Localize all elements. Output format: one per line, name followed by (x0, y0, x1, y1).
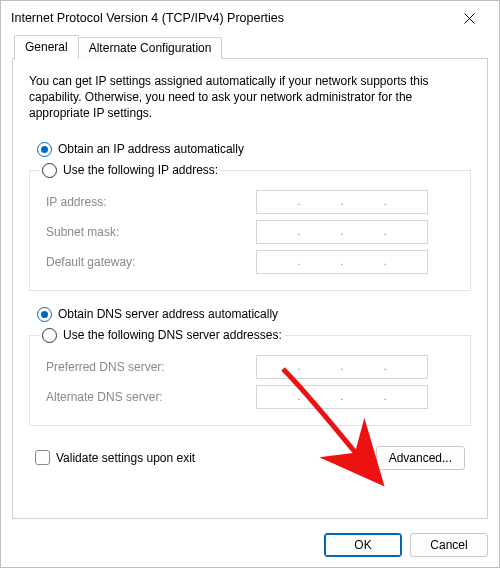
ip-auto-radio[interactable] (37, 142, 52, 157)
dns-alternate-label: Alternate DNS server: (40, 390, 256, 404)
dns-manual-radio[interactable] (42, 328, 57, 343)
gateway-row: Default gateway: ... (40, 250, 460, 274)
ip-manual-radio[interactable] (42, 163, 57, 178)
dns-preferred-row: Preferred DNS server: ... (40, 355, 460, 379)
subnet-input[interactable]: ... (256, 220, 428, 244)
dns-alternate-row: Alternate DNS server: ... (40, 385, 460, 409)
dns-auto-label: Obtain DNS server address automatically (58, 307, 278, 321)
ip-address-input[interactable]: ... (256, 190, 428, 214)
tabstrip: General Alternate Configuration (12, 35, 488, 59)
ip-auto-row: Obtain an IP address automatically (37, 142, 471, 157)
dns-alternate-input[interactable]: ... (256, 385, 428, 409)
window-title: Internet Protocol Version 4 (TCP/IPv4) P… (11, 11, 449, 25)
ok-button[interactable]: OK (324, 533, 402, 557)
dns-preferred-input[interactable]: ... (256, 355, 428, 379)
dns-auto-row: Obtain DNS server address automatically (37, 307, 471, 322)
close-icon (464, 13, 475, 24)
bottom-row: Validate settings upon exit Advanced... (29, 446, 471, 470)
ip-manual-group: Use the following IP address: IP address… (29, 163, 471, 291)
ip-manual-label: Use the following IP address: (63, 163, 218, 177)
tab-alternate[interactable]: Alternate Configuration (79, 37, 223, 59)
tab-general[interactable]: General (14, 35, 79, 59)
dns-manual-label: Use the following DNS server addresses: (63, 328, 282, 342)
subnet-label: Subnet mask: (40, 225, 256, 239)
gateway-label: Default gateway: (40, 255, 256, 269)
intro-text: You can get IP settings assigned automat… (29, 73, 471, 122)
dialog-window: Internet Protocol Version 4 (TCP/IPv4) P… (0, 0, 500, 568)
validate-wrap: Validate settings upon exit (35, 450, 195, 465)
dns-preferred-label: Preferred DNS server: (40, 360, 256, 374)
ip-address-label: IP address: (40, 195, 256, 209)
dialog-footer: OK Cancel (1, 525, 499, 567)
validate-label: Validate settings upon exit (56, 451, 195, 465)
advanced-button[interactable]: Advanced... (376, 446, 465, 470)
close-button[interactable] (449, 4, 489, 32)
ip-address-row: IP address: ... (40, 190, 460, 214)
titlebar: Internet Protocol Version 4 (TCP/IPv4) P… (1, 1, 499, 35)
dns-auto-radio[interactable] (37, 307, 52, 322)
dns-manual-group: Use the following DNS server addresses: … (29, 328, 471, 426)
ip-auto-label: Obtain an IP address automatically (58, 142, 244, 156)
validate-checkbox[interactable] (35, 450, 50, 465)
cancel-button[interactable]: Cancel (410, 533, 488, 557)
gateway-input[interactable]: ... (256, 250, 428, 274)
dialog-body: General Alternate Configuration You can … (1, 35, 499, 525)
tabpanel-general: You can get IP settings assigned automat… (12, 58, 488, 519)
subnet-row: Subnet mask: ... (40, 220, 460, 244)
